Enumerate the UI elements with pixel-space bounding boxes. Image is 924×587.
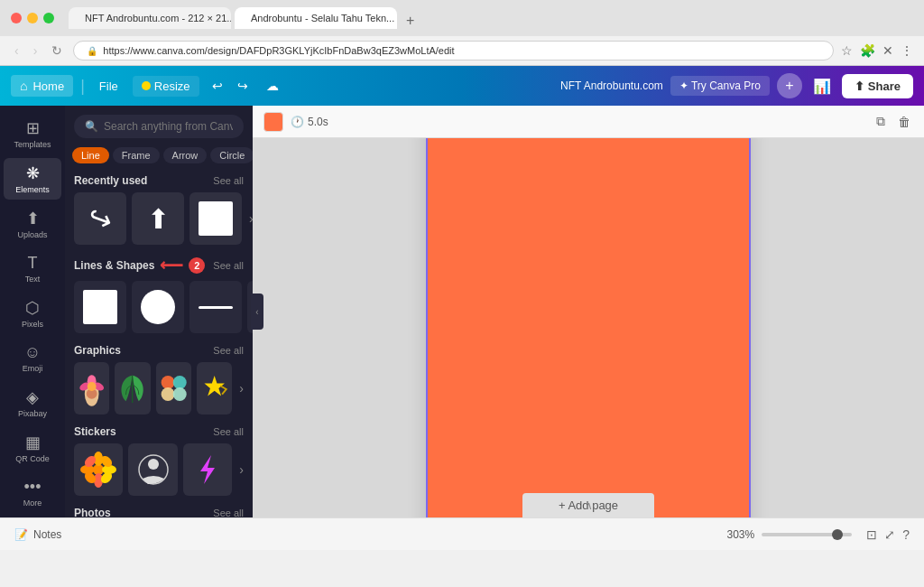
sidebar-item-pixels[interactable]: ⬡ Pixels bbox=[4, 293, 61, 334]
share-icon: ⬆ bbox=[855, 79, 864, 93]
add-collaborator-button[interactable]: + bbox=[777, 73, 802, 98]
white-square-shape bbox=[199, 201, 233, 236]
photos-see-all[interactable]: See all bbox=[213, 508, 244, 517]
stickers-section: Stickers See all bbox=[65, 418, 253, 499]
shape-line-item[interactable] bbox=[189, 281, 242, 333]
elements-label: Elements bbox=[15, 185, 50, 194]
delete-canvas-button[interactable]: 🗑 bbox=[895, 112, 913, 132]
maximize-dot[interactable] bbox=[43, 13, 54, 23]
stickers-see-all[interactable]: See all bbox=[213, 426, 244, 437]
undo-button[interactable]: ↩ bbox=[207, 77, 228, 95]
graphics-see-all[interactable]: See all bbox=[213, 345, 244, 356]
help-button[interactable]: ? bbox=[902, 527, 910, 542]
graphics-header: Graphics See all bbox=[74, 344, 244, 357]
browser-tab-2[interactable]: Androbuntu - Selalu Tahu Tekn... ✕ bbox=[235, 7, 397, 29]
templates-label: Templates bbox=[14, 140, 51, 149]
svg-point-6 bbox=[161, 376, 174, 389]
copy-canvas-button[interactable]: ⧉ bbox=[873, 111, 888, 132]
sidebar-item-pixabay[interactable]: ◈ Pixabay bbox=[4, 382, 61, 424]
cloud-save-button[interactable]: ☁ bbox=[261, 77, 284, 95]
shape-circle-item[interactable] bbox=[132, 281, 184, 333]
zoom-thumb[interactable] bbox=[832, 529, 843, 540]
home-button[interactable]: ⌂ Home bbox=[11, 75, 73, 97]
photos-header: Photos See all bbox=[74, 507, 244, 517]
recently-used-item-1[interactable]: ↩ bbox=[74, 192, 126, 245]
nav-back-button[interactable]: ‹ bbox=[11, 42, 23, 60]
recently-used-items: ↩ ⬆ › bbox=[74, 192, 244, 245]
sticker-item-3[interactable] bbox=[183, 443, 232, 496]
share-button[interactable]: ⬆ Share bbox=[842, 74, 913, 98]
canvas-area: 🕐 5.0s ⧉ 🗑 ⧉ + ↻ bbox=[253, 106, 924, 517]
flower-svg bbox=[74, 367, 109, 410]
new-tab-button[interactable]: + bbox=[401, 13, 420, 29]
sticker-item-2[interactable] bbox=[128, 443, 177, 496]
canvas-page-wrapper: ⧉ + ↻ bbox=[426, 138, 751, 517]
fit-page-button[interactable]: ⊡ bbox=[866, 527, 877, 542]
stickers-scroll-right[interactable]: › bbox=[239, 462, 244, 477]
minimize-dot[interactable] bbox=[27, 13, 38, 23]
graphics-scroll-right[interactable]: › bbox=[239, 381, 244, 396]
stats-button[interactable]: 📊 bbox=[813, 78, 831, 95]
lines-shapes-header-content: Lines & Shapes ⟵ 2 bbox=[74, 256, 205, 275]
search-box[interactable]: 🔍 bbox=[74, 115, 244, 138]
panel-collapse-button[interactable]: ‹ bbox=[251, 294, 263, 330]
tab-label-1: NFT Androbuntu.com - 212 × 21... bbox=[85, 13, 231, 23]
try-canva-pro-button[interactable]: ✦ Try Canva Pro bbox=[670, 76, 770, 96]
browser-chrome: NFT Androbuntu.com - 212 × 21... ✕ Andro… bbox=[0, 0, 924, 66]
sticker-item-1[interactable] bbox=[74, 443, 123, 496]
pixabay-icon: ◈ bbox=[26, 387, 39, 407]
fullscreen-button[interactable]: ⤢ bbox=[884, 527, 895, 542]
nav-forward-button[interactable]: › bbox=[30, 42, 42, 60]
graphic-item-3[interactable] bbox=[156, 362, 191, 415]
graphic-item-4[interactable] bbox=[197, 362, 232, 415]
search-input[interactable] bbox=[104, 120, 233, 133]
zoom-slider[interactable] bbox=[762, 533, 852, 536]
shape-square-item[interactable] bbox=[74, 281, 126, 333]
sidebar-item-more[interactable]: ••• More bbox=[4, 472, 61, 513]
filter-tab-line[interactable]: Line bbox=[72, 147, 109, 163]
lines-shapes-see-all[interactable]: See all bbox=[213, 260, 244, 271]
recently-used-item-2[interactable]: ⬆ bbox=[132, 192, 184, 245]
filter-tab-frame[interactable]: Frame bbox=[113, 147, 160, 163]
lines-shapes-header: Lines & Shapes ⟵ 2 See all bbox=[74, 256, 244, 275]
canvas-page[interactable] bbox=[426, 138, 751, 517]
close-dot[interactable] bbox=[11, 13, 22, 23]
tab-label-2: Androbuntu - Selalu Tahu Tekn... bbox=[251, 13, 394, 23]
notes-button[interactable]: 📝 Notes bbox=[14, 528, 61, 541]
filter-tab-circle[interactable]: Circle bbox=[210, 147, 253, 163]
resize-label: Resize bbox=[154, 79, 190, 93]
svg-point-5 bbox=[88, 382, 97, 391]
close-browser-icon[interactable]: ✕ bbox=[882, 43, 893, 58]
sidebar-item-text[interactable]: T Text bbox=[4, 248, 61, 289]
sidebar-item-emoji[interactable]: ☺ Emoji bbox=[4, 338, 61, 378]
plus-icon: + bbox=[785, 78, 793, 94]
sidebar-item-uploads[interactable]: ⬆ Uploads bbox=[4, 203, 61, 245]
filter-tab-arrow[interactable]: Arrow bbox=[163, 147, 208, 163]
project-name: NFT Androbuntu.com bbox=[560, 79, 663, 92]
sidebar-item-templates[interactable]: ⊞ Templates bbox=[4, 113, 61, 154]
graphic-item-1[interactable] bbox=[74, 362, 109, 415]
browser-tab-1[interactable]: NFT Androbuntu.com - 212 × 21... ✕ bbox=[69, 7, 231, 29]
scroll-down-indicator[interactable]: ∧ bbox=[585, 499, 593, 512]
sidebar-item-qrcode[interactable]: ▦ QR Code bbox=[4, 427, 61, 469]
qr-code-icon: ▦ bbox=[25, 433, 41, 452]
redo-button[interactable]: ↪ bbox=[232, 77, 254, 95]
file-button[interactable]: File bbox=[92, 76, 125, 97]
emoji-label: Emoji bbox=[23, 364, 43, 373]
more-options-icon[interactable]: ⋮ bbox=[901, 43, 913, 58]
canvas-scroll[interactable]: ⧉ + ↻ + Add page ∧ bbox=[253, 138, 924, 517]
leaf-svg bbox=[115, 368, 150, 408]
nav-refresh-button[interactable]: ↻ bbox=[48, 42, 66, 60]
home-icon: ⌂ bbox=[20, 79, 27, 93]
color-swatch[interactable] bbox=[263, 112, 283, 132]
bookmark-icon[interactable]: ☆ bbox=[841, 43, 853, 58]
extension-icon[interactable]: 🧩 bbox=[860, 43, 875, 58]
sidebar-item-elements[interactable]: ❋ Elements bbox=[4, 158, 61, 200]
square-shape bbox=[83, 290, 117, 324]
address-bar[interactable]: 🔒 https://www.canva.com/design/DAFDpR3GK… bbox=[73, 41, 834, 61]
recently-used-see-all[interactable]: See all bbox=[213, 175, 244, 186]
recently-used-item-3[interactable] bbox=[189, 192, 242, 245]
canvas-rectangle[interactable] bbox=[426, 138, 751, 517]
resize-button[interactable]: Resize bbox=[133, 76, 199, 97]
graphic-item-2[interactable] bbox=[115, 362, 150, 415]
